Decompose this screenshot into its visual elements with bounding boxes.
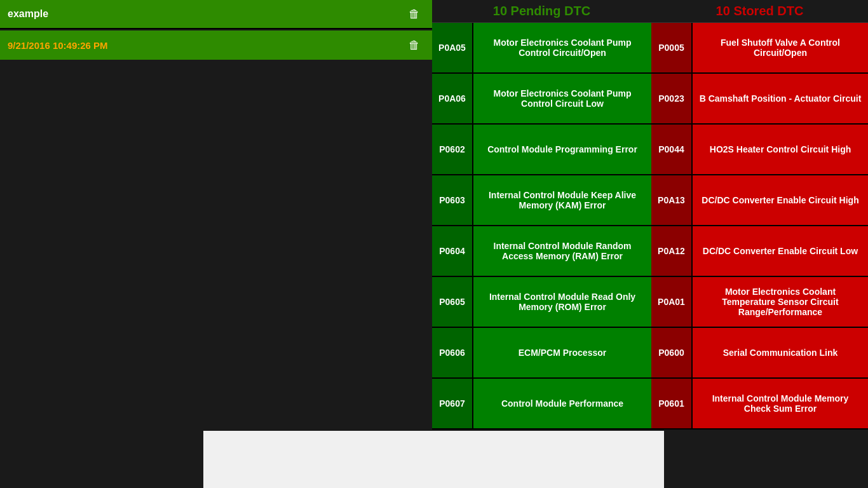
stored-code: P0005 bbox=[651, 23, 693, 72]
dtc-code: P0607 bbox=[432, 379, 473, 428]
date-bar: 9/21/2016 10:49:26 PM 🗑 bbox=[0, 30, 432, 60]
dtc-code: P0606 bbox=[432, 328, 473, 377]
bottom-area bbox=[203, 431, 664, 488]
stored-scroll-area[interactable]: P0005 Fuel Shutoff Valve A Control Circu… bbox=[651, 23, 868, 488]
stored-header: 10 Stored DTC bbox=[651, 0, 868, 23]
dtc-code: P0603 bbox=[432, 175, 473, 225]
date-display: 9/21/2016 10:49:26 PM bbox=[8, 40, 108, 51]
dtc-code: P0A05 bbox=[432, 23, 473, 72]
dtc-desc: Motor Electronics Coolant Pump Control C… bbox=[473, 23, 651, 72]
table-row[interactable]: P0605 Internal Control Module Read Only … bbox=[432, 277, 651, 328]
dtc-desc: Internal Control Module Read Only Memory… bbox=[473, 277, 651, 327]
dtc-desc: Motor Electronics Coolant Pump Control C… bbox=[473, 74, 651, 123]
stored-dtc-panel: 10 Stored DTC P0005 Fuel Shutoff Valve A… bbox=[651, 0, 868, 488]
table-row[interactable]: P0606 ECM/PCM Processor bbox=[432, 328, 651, 379]
stored-code: P0601 bbox=[651, 379, 693, 428]
table-row[interactable]: P0604 Internal Control Module Random Acc… bbox=[432, 226, 651, 277]
dtc-desc: Internal Control Module Keep Alive Memor… bbox=[473, 175, 651, 225]
dtc-desc: Control Module Programming Error bbox=[473, 125, 651, 174]
dtc-desc: Control Module Performance bbox=[473, 379, 651, 428]
stored-code: P0044 bbox=[651, 125, 693, 174]
pending-dtc-panel: 10 Pending DTC P0A05 Motor Electronics C… bbox=[432, 0, 651, 488]
dtc-code: P0605 bbox=[432, 277, 473, 327]
stored-desc: HO2S Heater Control Circuit High bbox=[693, 125, 868, 174]
stored-code: P0A01 bbox=[651, 277, 693, 327]
dtc-desc: ECM/PCM Processor bbox=[473, 328, 651, 377]
stored-desc: DC/DC Converter Enable Circuit Low bbox=[693, 226, 868, 276]
stored-code: P0A12 bbox=[651, 226, 693, 276]
stored-code: P0600 bbox=[651, 328, 693, 377]
table-row[interactable]: P0023 B Camshaft Position - Actuator Cir… bbox=[651, 74, 868, 125]
table-row[interactable]: P0005 Fuel Shutoff Valve A Control Circu… bbox=[651, 23, 868, 74]
table-row[interactable]: P0601 Internal Control Module Memory Che… bbox=[651, 379, 868, 430]
delete-button-date[interactable]: 🗑 bbox=[404, 35, 424, 55]
header-bar: example 🗑 bbox=[0, 0, 432, 29]
stored-desc: DC/DC Converter Enable Circuit High bbox=[693, 175, 868, 225]
table-row[interactable]: P0A05 Motor Electronics Coolant Pump Con… bbox=[432, 23, 651, 74]
table-row[interactable]: P0600 Serial Communication Link bbox=[651, 328, 868, 379]
trash-icon-header: 🗑 bbox=[409, 8, 420, 21]
pending-header: 10 Pending DTC bbox=[432, 0, 651, 23]
delete-button-header[interactable]: 🗑 bbox=[404, 4, 424, 24]
stored-code: P0A13 bbox=[651, 175, 693, 225]
dtc-code: P0604 bbox=[432, 226, 473, 276]
stored-desc: B Camshaft Position - Actuator Circuit bbox=[693, 74, 868, 123]
dtc-code: P0602 bbox=[432, 125, 473, 174]
trash-icon-date: 🗑 bbox=[409, 39, 420, 52]
stored-code: P0023 bbox=[651, 74, 693, 123]
table-row[interactable]: P0044 HO2S Heater Control Circuit High bbox=[651, 125, 868, 175]
dtc-code: P0A06 bbox=[432, 74, 473, 123]
table-row[interactable]: P0A01 Motor Electronics Coolant Temperat… bbox=[651, 277, 868, 328]
stored-desc: Motor Electronics Coolant Temperature Se… bbox=[693, 277, 868, 327]
stored-desc: Serial Communication Link bbox=[693, 328, 868, 377]
stored-desc: Fuel Shutoff Valve A Control Circuit/Ope… bbox=[693, 23, 868, 72]
table-row[interactable]: P0603 Internal Control Module Keep Alive… bbox=[432, 175, 651, 226]
stored-desc: Internal Control Module Memory Check Sum… bbox=[693, 379, 868, 428]
table-row[interactable]: P0607 Control Module Performance bbox=[432, 379, 651, 430]
table-row[interactable]: P0602 Control Module Programming Error bbox=[432, 125, 651, 175]
dtc-desc: Internal Control Module Random Access Me… bbox=[473, 226, 651, 276]
table-row[interactable]: P0A12 DC/DC Converter Enable Circuit Low bbox=[651, 226, 868, 277]
table-row[interactable]: P0A13 DC/DC Converter Enable Circuit Hig… bbox=[651, 175, 868, 226]
table-row[interactable]: P0A06 Motor Electronics Coolant Pump Con… bbox=[432, 74, 651, 125]
app-title: example bbox=[8, 8, 48, 20]
pending-scroll-area[interactable]: P0A05 Motor Electronics Coolant Pump Con… bbox=[432, 23, 651, 488]
